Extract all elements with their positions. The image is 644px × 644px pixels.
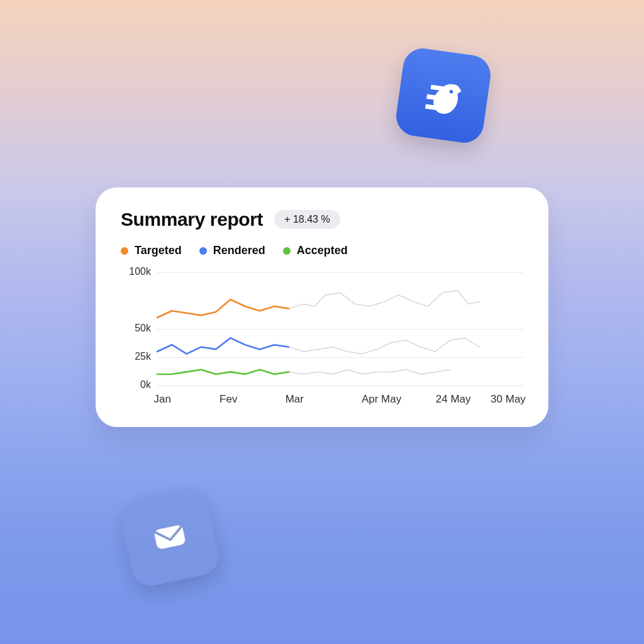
x-tick-label: Jan [154,393,171,406]
mail-icon [143,510,196,564]
legend-dot [283,247,291,255]
legend-dot [199,247,207,255]
legend-label: Rendered [213,244,265,257]
x-tick-label: Apr May [362,393,401,406]
series-projection-targeted [289,291,480,309]
series-projection-accepted [289,370,450,374]
series-line-accepted [157,370,289,374]
bird-app-icon [394,46,493,145]
plot-area [157,272,523,386]
grid-line [157,357,523,358]
y-axis: 100k50k25k0k [121,272,157,386]
y-tick-label: 50k [135,323,151,334]
x-tick-label: Mar [286,393,304,406]
y-tick-label: 0k [140,379,151,391]
grid-line [157,386,523,386]
legend-item-rendered: Rendered [199,244,265,257]
y-tick-label: 100k [129,266,151,277]
y-tick-label: 25k [135,351,151,362]
x-tick-label: 30 May [491,393,526,406]
summary-report-card: Summary report + 18.43 % Targeted Render… [96,187,548,427]
x-tick-label: Fev [219,393,237,406]
bird-icon [418,70,469,121]
x-tick-label: 24 May [436,393,471,406]
legend-item-targeted: Targeted [121,244,182,257]
x-axis: JanFevMarApr May24 May30 May [157,393,523,409]
legend-dot [121,247,128,255]
legend-label: Targeted [135,244,182,257]
stage: Summary report + 18.43 % Targeted Render… [0,0,644,644]
card-title: Summary report [121,209,263,230]
series-line-targeted [157,299,289,318]
chart-legend: Targeted Rendered Accepted [121,244,523,257]
series-line-rendered [157,338,289,353]
series-projection-rendered [289,338,480,353]
chart: 100k50k25k0k [121,272,523,386]
grid-line [157,329,523,330]
grid-line [157,272,523,273]
mail-app-icon [118,485,222,589]
legend-label: Accepted [297,244,348,257]
growth-badge: + 18.43 % [274,210,340,229]
legend-item-accepted: Accepted [283,244,348,257]
card-header: Summary report + 18.43 % [121,209,523,230]
